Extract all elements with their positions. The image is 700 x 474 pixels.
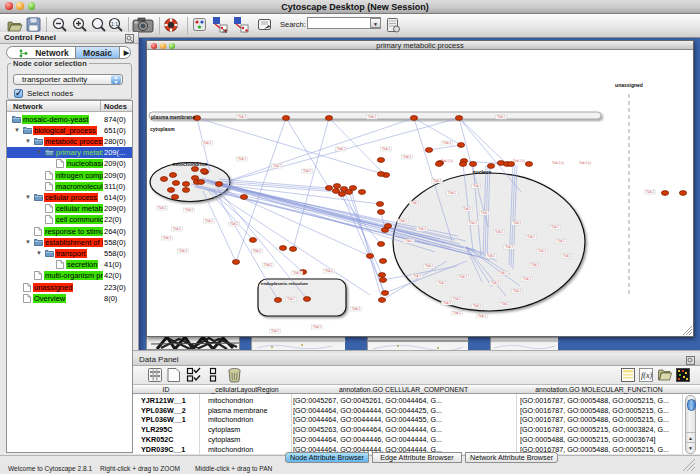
svg-text:Ylab-1: Ylab-1 (253, 249, 262, 253)
svg-text:Ylab-1: Ylab-1 (473, 304, 482, 308)
svg-text:Ylab-1: Ylab-1 (418, 227, 427, 231)
svg-text:Ylab-1: Ylab-1 (173, 227, 182, 231)
svg-text:Ylab-1: Ylab-1 (499, 271, 508, 275)
svg-text:Ylab-1: Ylab-1 (469, 221, 478, 225)
svg-text:Ylab-1: Ylab-1 (287, 297, 296, 301)
svg-text:Ylab-1: Ylab-1 (557, 239, 566, 243)
svg-text:Ylab-1: Ylab-1 (293, 271, 302, 275)
svg-text:Ylab-1: Ylab-1 (438, 281, 447, 285)
svg-text:Ylab-1: Ylab-1 (527, 235, 536, 239)
svg-text:Ylab-1: Ylab-1 (273, 164, 282, 168)
svg-text:Ylab-1: Ylab-1 (523, 277, 532, 281)
svg-text:Ylab-1: Ylab-1 (313, 325, 322, 329)
svg-text:Ylab-1: Ylab-1 (203, 141, 212, 145)
svg-text:Ylab-1: Ylab-1 (478, 314, 487, 318)
svg-text:Ylab-1: Ylab-1 (185, 208, 194, 212)
svg-text:f(x): f(x) (641, 371, 652, 380)
svg-text:Ylab-1: Ylab-1 (405, 239, 414, 243)
svg-text:cytoplasm: cytoplasm (150, 126, 175, 132)
svg-text:plasma membrane: plasma membrane (151, 114, 195, 120)
svg-text:Ylab-1: Ylab-1 (453, 311, 462, 315)
svg-text:N: N (223, 28, 227, 34)
svg-text:Ylab-1: Ylab-1 (463, 207, 472, 211)
svg-text:Ylab-1: Ylab-1 (303, 169, 312, 173)
svg-text:Ylab-1: Ylab-1 (481, 211, 490, 215)
svg-text:1:1: 1:1 (111, 21, 118, 27)
svg-text:Ylab-1: Ylab-1 (238, 157, 247, 161)
svg-text:Ylab-1: Ylab-1 (205, 219, 214, 223)
svg-text:Ylab-1: Ylab-1 (443, 301, 452, 305)
svg-text:Ylab-1: Ylab-1 (413, 274, 422, 278)
svg-text:Ylab-1: Ylab-1 (425, 264, 434, 268)
svg-text:Ylab-1: Ylab-1 (448, 191, 457, 195)
svg-text:Ylab-1: Ylab-1 (538, 249, 547, 253)
svg-text:Ylab-1: Ylab-1 (551, 225, 560, 229)
svg-text:Ylab-1: Ylab-1 (264, 263, 273, 267)
svg-text:Ylab-1: Ylab-1 (487, 254, 496, 258)
svg-text:Ylab-1 (c): Ylab-1 (c) (441, 159, 453, 163)
svg-text:Ylab-1: Ylab-1 (491, 281, 500, 285)
svg-text:nucleus: nucleus (473, 169, 492, 175)
svg-text:Ylab-1: Ylab-1 (158, 206, 167, 210)
svg-text:Ylab-1: Ylab-1 (497, 115, 506, 119)
svg-text:Ylab-1: Ylab-1 (352, 307, 361, 311)
svg-text:Ylab-1: Ylab-1 (563, 254, 572, 258)
svg-text:mitochondrion: mitochondrion (173, 161, 208, 167)
svg-text:Ylab-1: Ylab-1 (513, 289, 522, 293)
svg-text:Ylab-1 (c): Ylab-1 (c) (513, 159, 525, 163)
svg-text:Ylab-1: Ylab-1 (382, 147, 391, 151)
svg-text:Ylab-1: Ylab-1 (443, 141, 452, 145)
svg-text:Ylab-1: Ylab-1 (531, 263, 540, 267)
svg-text:Ylab-1: Ylab-1 (501, 302, 510, 306)
svg-text:Ylab-1: Ylab-1 (271, 329, 280, 333)
svg-text:Ylab-1: Ylab-1 (179, 249, 188, 253)
svg-text:Ylab-1: Ylab-1 (230, 222, 239, 226)
svg-text:Ylab-1: Ylab-1 (646, 190, 655, 194)
svg-text:Ylab-1: Ylab-1 (368, 115, 377, 119)
svg-text:Ylab-1: Ylab-1 (337, 147, 346, 151)
svg-text:Ylab-1: Ylab-1 (505, 245, 514, 249)
svg-text:Ylab-1: Ylab-1 (403, 155, 412, 159)
svg-text:unassigned: unassigned (615, 82, 643, 88)
svg-text:Ylab-1: Ylab-1 (238, 115, 247, 119)
svg-text:Ylab-1: Ylab-1 (495, 230, 504, 234)
svg-text:Ylab-1 (c): Ylab-1 (c) (579, 161, 591, 165)
svg-text:Ylab-1: Ylab-1 (325, 269, 334, 273)
svg-text:Ylab-1: Ylab-1 (163, 236, 172, 240)
svg-text:Ylab-1: Ylab-1 (513, 221, 522, 225)
svg-text:Ylab-1: Ylab-1 (399, 219, 408, 223)
svg-text:Ylab-1: Ylab-1 (453, 297, 462, 301)
svg-text:Ylab-1: Ylab-1 (459, 275, 468, 279)
svg-text:Ylab-1 (c): Ylab-1 (c) (552, 161, 564, 165)
svg-text:Ylab-1: Ylab-1 (411, 201, 420, 205)
svg-text:endoplasmic reticulum: endoplasmic reticulum (261, 281, 308, 286)
svg-text:Ylab-1: Ylab-1 (433, 179, 442, 183)
svg-text:Ylab-1: Ylab-1 (473, 184, 482, 188)
